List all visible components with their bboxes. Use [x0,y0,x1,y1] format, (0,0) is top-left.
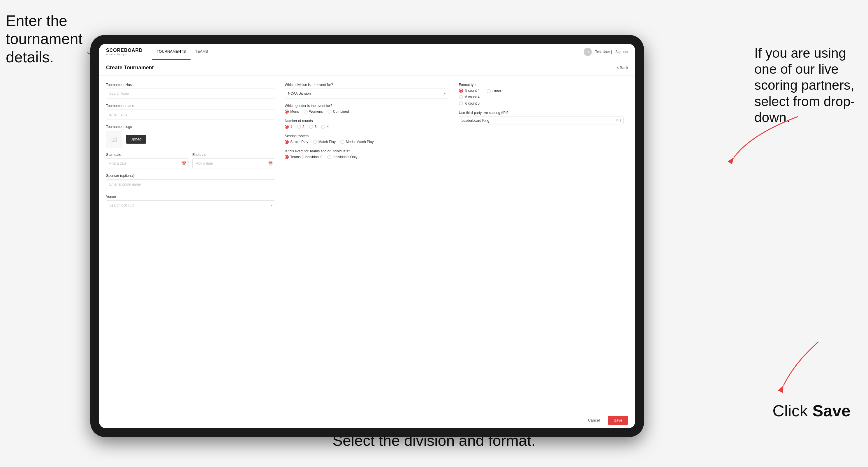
start-date-calendar-icon: 📅 [182,161,186,166]
sponsor-input[interactable] [106,180,275,189]
form-column-1: Tournament Host Tournament name Tourname… [106,83,280,216]
live-scoring-section: Use third-party live scoring API? Leader… [459,111,624,124]
gender-mens[interactable]: Mens [285,110,299,114]
format-type-options: 5 count 4 6 count 4 6 count 5 [459,89,479,105]
team-teams[interactable]: Teams (+Individuals) [285,155,322,159]
scoring-medal-match[interactable]: Medal Match Play [340,140,374,144]
format-5count4-label: 5 count 4 [465,89,479,93]
live-scoring-clear-icon[interactable]: ✕ [615,118,619,123]
venue-input[interactable] [106,200,275,210]
rounds-3-label: 3 [315,125,317,129]
live-scoring-input[interactable]: Leaderboard King ✕ ⁝ [459,117,624,124]
scoring-match-label: Match Play [318,140,336,144]
start-date-input[interactable] [106,158,189,168]
arrow-save [772,339,830,397]
team-teams-radio[interactable] [285,155,289,159]
rounds-1-radio[interactable] [285,125,289,129]
nav-links: TOURNAMENTS TEAMS [152,44,584,60]
tournament-host-label: Tournament Host [106,83,275,87]
tournament-name-input[interactable] [106,110,275,119]
team-individuals-radio[interactable] [327,155,331,159]
back-link[interactable]: < Back [617,66,628,70]
venue-label: Venue [106,195,275,199]
nav-logo-sub: Powered by clippd [106,53,143,56]
end-date-input[interactable] [192,158,275,168]
scoring-section: Scoring system Stroke Play Match Play [285,134,449,144]
page-header: Create Tournament < Back [99,60,635,76]
date-section: Start date 📅 End date 📅 [106,153,275,168]
team-teams-label: Teams (+Individuals) [290,155,322,159]
rounds-label: Number of rounds [285,119,449,123]
logo-upload-area: Upload [106,131,275,148]
live-scoring-dropdown-icon[interactable]: ⁝ [620,118,621,123]
rounds-4[interactable]: 4 [321,125,329,129]
gender-combined-radio[interactable] [328,110,332,114]
sponsor-label: Sponsor (optional) [106,174,275,178]
nav-user-text: Test User | [595,50,612,54]
scoring-medal-match-radio[interactable] [340,140,344,144]
scoring-match[interactable]: Match Play [313,140,336,144]
end-date-wrap: 📅 [192,158,275,168]
scoring-match-radio[interactable] [313,140,317,144]
upload-button[interactable]: Upload [126,135,146,144]
rounds-radio-group: 1 2 3 4 [285,125,449,129]
gender-mens-label: Mens [290,110,299,114]
format-6count5[interactable]: 6 count 5 [459,101,479,105]
nav-logo: SCOREBOARD Powered by clippd [106,48,143,56]
rounds-4-radio[interactable] [321,125,325,129]
live-scoring-label: Use third-party live scoring API? [459,111,624,115]
team-individuals-label: Individuals Only [333,155,358,159]
rounds-2[interactable]: 2 [297,125,305,129]
nav-link-teams[interactable]: TEAMS [191,44,213,60]
gender-radio-group: Mens Womens Combined [285,110,449,114]
gender-womens-radio[interactable] [304,110,308,114]
division-select[interactable]: NCAA Division I [285,89,449,98]
end-date-group: End date 📅 [192,153,275,168]
save-button[interactable]: Save [608,416,628,425]
gender-mens-radio[interactable] [285,110,289,114]
rounds-3-radio[interactable] [309,125,313,129]
format-other-label: Other [492,89,501,93]
logo-placeholder [106,131,122,148]
format-type-section: Format type 5 count 4 6 count 4 [459,83,624,105]
tournament-host-input[interactable] [106,89,275,98]
venue-chevron-icon: ▾ [271,204,273,208]
nav-link-tournaments[interactable]: TOURNAMENTS [152,44,191,60]
annotation-bottom-right: Click Save [772,401,850,421]
tournament-name-label: Tournament name [106,104,275,108]
tournament-logo-label: Tournament logo [106,125,275,129]
format-5count4-radio[interactable] [459,89,463,93]
end-date-label: End date [192,153,275,157]
format-6count4[interactable]: 6 count 4 [459,95,479,99]
live-scoring-value: Leaderboard King [462,119,615,123]
team-label: Is this event for Teams and/or Individua… [285,149,449,153]
nav-logo-title: SCOREBOARD [106,48,143,53]
form-footer: Cancel Save [99,412,635,428]
rounds-1[interactable]: 1 [285,125,292,129]
venue-select-wrap: ▾ [106,200,275,210]
nav-avatar: U [584,48,592,56]
form-column-2: Which division is the event for? NCAA Di… [280,83,454,216]
scoring-stroke-radio[interactable] [285,140,289,144]
rounds-2-radio[interactable] [297,125,301,129]
team-individuals[interactable]: Individuals Only [327,155,358,159]
nav-signout[interactable]: Sign out [615,50,628,54]
team-radio-group: Teams (+Individuals) Individuals Only [285,155,449,159]
cancel-button[interactable]: Cancel [583,416,604,425]
annotation-top-right: If you are using one of our live scoring… [754,45,862,126]
venue-section: Venue ▾ [106,195,275,210]
rounds-2-label: 2 [303,125,305,129]
format-6count4-label: 6 count 4 [465,95,479,99]
scoring-stroke[interactable]: Stroke Play [285,140,308,144]
rounds-3[interactable]: 3 [309,125,317,129]
svg-point-5 [113,138,114,139]
end-date-calendar-icon: 📅 [268,161,273,166]
format-6count5-radio[interactable] [459,101,463,105]
format-other-radio[interactable] [487,89,491,93]
nav-bar: SCOREBOARD Powered by clippd TOURNAMENTS… [99,44,635,60]
gender-womens[interactable]: Womens [304,110,323,114]
format-5count4[interactable]: 5 count 4 [459,89,479,93]
gender-combined[interactable]: Combined [328,110,349,114]
nav-right: U Test User | Sign out [584,48,628,56]
format-6count4-radio[interactable] [459,95,463,99]
